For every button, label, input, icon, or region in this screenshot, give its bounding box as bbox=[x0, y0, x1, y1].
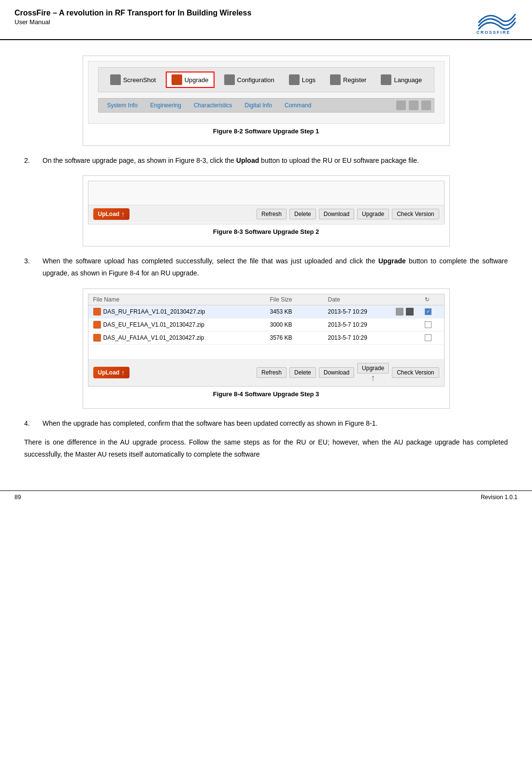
menu-configuration-label: Configuration bbox=[237, 76, 274, 84]
file-icon-1 bbox=[93, 308, 101, 316]
table-row[interactable]: DAS_EU_FE1AA_V1.01_20130427.zip 3000 KB … bbox=[88, 318, 444, 331]
share-icon[interactable] bbox=[396, 101, 406, 110]
refresh-button-fig4[interactable]: Refresh bbox=[257, 367, 287, 378]
row3-checkbox[interactable] bbox=[425, 334, 431, 341]
tab-characteristics[interactable]: Characteristics bbox=[188, 101, 238, 110]
row1-checkbox[interactable]: ✓ bbox=[425, 308, 431, 315]
para-2-text-before: On the software upgrade page, as shown i… bbox=[43, 157, 236, 164]
figure-8-2: ScreenShot Upgrade Configuration Logs Re… bbox=[83, 56, 450, 146]
paragraph-4: 4. When the upgrade has completed, confi… bbox=[24, 417, 508, 430]
main-content: ScreenShot Upgrade Configuration Logs Re… bbox=[0, 42, 532, 476]
para-4-text: When the upgrade has completed, confirm … bbox=[43, 417, 377, 430]
fig2-menu-row: ScreenShot Upgrade Configuration Logs Re… bbox=[98, 67, 434, 92]
menu-language-label: Language bbox=[394, 76, 422, 84]
upgrade-arrow-up-icon: ↑ bbox=[371, 374, 375, 382]
para-2-text: On the software upgrade page, as shown i… bbox=[43, 155, 419, 167]
tab-system-info[interactable]: System Info bbox=[101, 101, 144, 110]
fig3-file-area bbox=[88, 181, 444, 205]
upgrade-button-fig4[interactable]: Upgrade bbox=[357, 363, 389, 374]
fig4-bottom-toolbar: UpLoad ↑ Refresh Delete Download Upgrade… bbox=[88, 359, 444, 386]
para-3-bold-upgrade: Upgrade bbox=[378, 257, 406, 265]
upload-arrow-icon: ↑ bbox=[121, 210, 125, 218]
row3-filename-cell: DAS_AU_FA1AA_V1.01_20130427.zip bbox=[93, 334, 270, 342]
menu-screenshot-label: ScreenShot bbox=[123, 76, 156, 84]
col-actions bbox=[396, 296, 425, 303]
upload-button[interactable]: UpLoad ↑ bbox=[93, 208, 130, 220]
figure-8-4: File Name File Size Date ↻ DAS_RU_FR1AA_… bbox=[83, 288, 450, 409]
table-row[interactable]: DAS_AU_FA1AA_V1.01_20130427.zip 3576 KB … bbox=[88, 331, 444, 345]
svg-text:CROSSFIRE: CROSSFIRE bbox=[476, 30, 511, 35]
row2-filename: DAS_EU_FE1AA_V1.01_20130427.zip bbox=[103, 321, 204, 328]
refresh-button-fig3[interactable]: Refresh bbox=[257, 209, 287, 219]
save-icon[interactable] bbox=[421, 101, 431, 110]
row1-filename-cell: DAS_RU_FR1AA_V1.01_20130427.zip bbox=[93, 308, 270, 316]
download-button-fig4[interactable]: Download bbox=[319, 367, 354, 378]
row2-date: 2013-5-7 10:29 bbox=[328, 321, 396, 328]
paragraph-3: 3. When the software upload has complete… bbox=[24, 255, 508, 279]
menu-register-label: Register bbox=[343, 76, 366, 84]
tab-engineering[interactable]: Engineering bbox=[144, 101, 187, 110]
delete-row1-icon[interactable] bbox=[396, 308, 403, 316]
menu-logs[interactable]: Logs bbox=[284, 72, 320, 88]
para-4-number: 4. bbox=[24, 417, 38, 430]
document-subtitle: User Manual bbox=[14, 18, 251, 26]
row1-date: 2013-5-7 10:29 bbox=[328, 308, 396, 315]
row1-filename: DAS_RU_FR1AA_V1.01_20130427.zip bbox=[103, 308, 205, 315]
check-version-button-fig4[interactable]: Check Version bbox=[392, 367, 439, 378]
para-2-number: 2. bbox=[24, 155, 38, 167]
upload-arrow-icon-fig4: ↑ bbox=[121, 369, 125, 376]
download-row1-icon[interactable] bbox=[406, 308, 414, 316]
fig2-tabs-row: System Info Engineering Characteristics … bbox=[98, 98, 434, 113]
col-date: Date bbox=[328, 296, 396, 303]
header-text-block: CrossFire – A revolution in RF Transport… bbox=[14, 9, 251, 26]
document-title: CrossFire – A revolution in RF Transport… bbox=[14, 9, 251, 17]
file-icon-2 bbox=[93, 321, 101, 329]
export-icon[interactable] bbox=[409, 101, 418, 110]
para-3-text: When the software upload has completed s… bbox=[43, 255, 508, 279]
upload-label: UpLoad bbox=[98, 211, 120, 217]
page-footer: 89 Revision 1.0.1 bbox=[0, 490, 532, 504]
upload-button-fig4[interactable]: UpLoad ↑ bbox=[93, 367, 130, 378]
menu-register[interactable]: Register bbox=[325, 72, 371, 88]
menu-logs-label: Logs bbox=[302, 76, 316, 84]
row2-filename-cell: DAS_EU_FE1AA_V1.01_20130427.zip bbox=[93, 321, 270, 329]
download-button-fig3[interactable]: Download bbox=[319, 209, 354, 219]
delete-button-fig4[interactable]: Delete bbox=[289, 367, 316, 378]
figure-8-4-caption: Figure 8-4 Software Upgrade Step 3 bbox=[88, 390, 445, 398]
figure-8-2-image: ScreenShot Upgrade Configuration Logs Re… bbox=[88, 61, 445, 124]
menu-configuration[interactable]: Configuration bbox=[219, 72, 279, 88]
upgrade-button-fig3[interactable]: Upgrade bbox=[357, 209, 389, 219]
row2-filesize: 3000 KB bbox=[270, 321, 328, 328]
figure-8-3-caption: Figure 8-3 Software Upgrade Step 2 bbox=[88, 228, 445, 235]
company-logo: CROSSFIRE bbox=[474, 9, 518, 35]
figure-8-4-image: File Name File Size Date ↻ DAS_RU_FR1AA_… bbox=[88, 294, 445, 387]
menu-screenshot[interactable]: ScreenShot bbox=[105, 72, 161, 88]
row1-filesize: 3453 KB bbox=[270, 308, 328, 315]
revision-label: Revision 1.0.1 bbox=[481, 494, 518, 501]
para-3-text-before: When the software upload has completed s… bbox=[43, 257, 378, 265]
page-number: 89 bbox=[14, 494, 21, 501]
check-version-button-fig3[interactable]: Check Version bbox=[392, 209, 439, 219]
tab-command[interactable]: Command bbox=[279, 101, 317, 110]
menu-upgrade-label: Upgrade bbox=[185, 76, 209, 84]
file-icon-3 bbox=[93, 334, 101, 342]
delete-button-fig3[interactable]: Delete bbox=[289, 209, 316, 219]
row2-checkbox[interactable] bbox=[425, 321, 431, 328]
menu-language[interactable]: Language bbox=[376, 72, 427, 88]
row3-filename: DAS_AU_FA1AA_V1.01_20130427.zip bbox=[103, 334, 204, 341]
figure-8-3: UpLoad ↑ Refresh Delete Download Upgrade… bbox=[83, 175, 450, 246]
para-3-number: 3. bbox=[24, 255, 38, 279]
crossfire-logo-svg: CROSSFIRE bbox=[474, 9, 518, 35]
bottom-paragraph-1: There is one difference in the AU upgrad… bbox=[24, 436, 508, 460]
upload-label-fig4: UpLoad bbox=[98, 369, 120, 376]
fig2-action-icons bbox=[396, 101, 431, 110]
fig4-table-header: File Name File Size Date ↻ bbox=[88, 294, 444, 305]
table-row[interactable]: DAS_RU_FR1AA_V1.01_20130427.zip 3453 KB … bbox=[88, 305, 444, 318]
figure-8-3-image: UpLoad ↑ Refresh Delete Download Upgrade… bbox=[88, 181, 445, 224]
upgrade-arrow-container: Upgrade ↑ bbox=[357, 363, 389, 382]
menu-upgrade[interactable]: Upgrade bbox=[166, 72, 215, 88]
col-refresh-icon: ↻ bbox=[425, 296, 439, 303]
paragraph-2: 2. On the software upgrade page, as show… bbox=[24, 155, 508, 167]
tab-digital-info[interactable]: Digital Info bbox=[239, 101, 278, 110]
page-header: CrossFire – A revolution in RF Transport… bbox=[0, 0, 532, 40]
